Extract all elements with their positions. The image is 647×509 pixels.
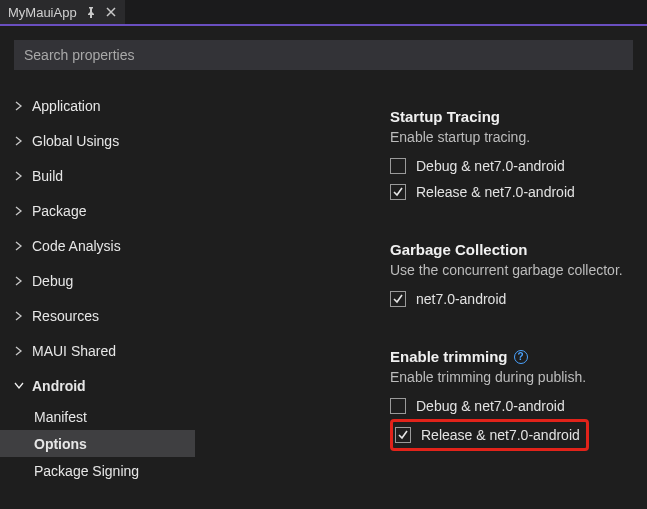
- chevron-right-icon: [14, 276, 24, 286]
- section-title: Startup Tracing: [390, 108, 629, 125]
- checkbox-label: net7.0-android: [416, 291, 506, 307]
- checkbox-release-net7-android[interactable]: Release & net7.0-android: [395, 424, 580, 446]
- section-desc: Enable trimming during publish.: [390, 369, 629, 385]
- highlighted-option: Release & net7.0-android: [390, 419, 589, 451]
- chevron-right-icon: [14, 311, 24, 321]
- checkbox-label: Debug & net7.0-android: [416, 398, 565, 414]
- tree-label: Code Analysis: [32, 238, 121, 254]
- section-enable-trimming: Enable trimming ? Enable trimming during…: [390, 348, 629, 451]
- tree-label: Resources: [32, 308, 99, 324]
- tree-label: Debug: [32, 273, 73, 289]
- tree-item-build[interactable]: Build: [0, 158, 195, 193]
- tree-item-manifest[interactable]: Manifest: [0, 403, 195, 430]
- chevron-right-icon: [14, 346, 24, 356]
- tree-label: MAUI Shared: [32, 343, 116, 359]
- checkbox-release-net7-android[interactable]: Release & net7.0-android: [390, 179, 629, 205]
- tree-label: Global Usings: [32, 133, 119, 149]
- tab-title: MyMauiApp: [8, 5, 77, 20]
- chevron-right-icon: [14, 101, 24, 111]
- search-input[interactable]: [14, 40, 633, 70]
- settings-panel: Startup Tracing Enable startup tracing. …: [390, 80, 647, 484]
- section-desc: Use the concurrent garbage collector.: [390, 262, 629, 278]
- section-garbage-collection: Garbage Collection Use the concurrent ga…: [390, 241, 629, 312]
- tree-label: Package Signing: [34, 463, 139, 479]
- tree-label: Manifest: [34, 409, 87, 425]
- tree-item-package[interactable]: Package: [0, 193, 195, 228]
- help-icon[interactable]: ?: [514, 350, 528, 364]
- checkbox-net7-android[interactable]: net7.0-android: [390, 286, 629, 312]
- pin-icon[interactable]: [85, 6, 97, 18]
- tree-item-code-analysis[interactable]: Code Analysis: [0, 228, 195, 263]
- checkbox-checked-icon: [390, 184, 406, 200]
- close-icon[interactable]: [105, 6, 117, 18]
- tree-item-global-usings[interactable]: Global Usings: [0, 123, 195, 158]
- chevron-right-icon: [14, 171, 24, 181]
- checkbox-icon: [390, 158, 406, 174]
- tab-bar: MyMauiApp: [0, 0, 647, 26]
- tree-item-options[interactable]: Options: [0, 430, 195, 457]
- checkbox-checked-icon: [390, 291, 406, 307]
- tree-item-resources[interactable]: Resources: [0, 298, 195, 333]
- tab-mymaui[interactable]: MyMauiApp: [0, 0, 125, 24]
- section-startup-tracing: Startup Tracing Enable startup tracing. …: [390, 108, 629, 205]
- checkbox-label: Debug & net7.0-android: [416, 158, 565, 174]
- tree-item-package-signing[interactable]: Package Signing: [0, 457, 195, 484]
- tree-label: Package: [32, 203, 86, 219]
- section-title: Enable trimming ?: [390, 348, 629, 365]
- chevron-right-icon: [14, 136, 24, 146]
- section-title: Garbage Collection: [390, 241, 629, 258]
- checkbox-checked-icon: [395, 427, 411, 443]
- checkbox-label: Release & net7.0-android: [416, 184, 575, 200]
- checkbox-label: Release & net7.0-android: [421, 427, 580, 443]
- checkbox-debug-net7-android[interactable]: Debug & net7.0-android: [390, 393, 629, 419]
- tree-label: Android: [32, 378, 86, 394]
- section-title-text: Enable trimming: [390, 348, 508, 365]
- tree-item-application[interactable]: Application: [0, 88, 195, 123]
- chevron-right-icon: [14, 241, 24, 251]
- section-desc: Enable startup tracing.: [390, 129, 629, 145]
- tree-label: Build: [32, 168, 63, 184]
- tree-item-android[interactable]: Android: [0, 368, 195, 403]
- tree-item-maui-shared[interactable]: MAUI Shared: [0, 333, 195, 368]
- chevron-down-icon: [14, 382, 24, 390]
- checkbox-icon: [390, 398, 406, 414]
- tree-item-debug[interactable]: Debug: [0, 263, 195, 298]
- nav-tree: Application Global Usings Build Package …: [0, 80, 195, 484]
- chevron-right-icon: [14, 206, 24, 216]
- checkbox-debug-net7-android[interactable]: Debug & net7.0-android: [390, 153, 629, 179]
- tree-label: Options: [34, 436, 87, 452]
- tree-label: Application: [32, 98, 101, 114]
